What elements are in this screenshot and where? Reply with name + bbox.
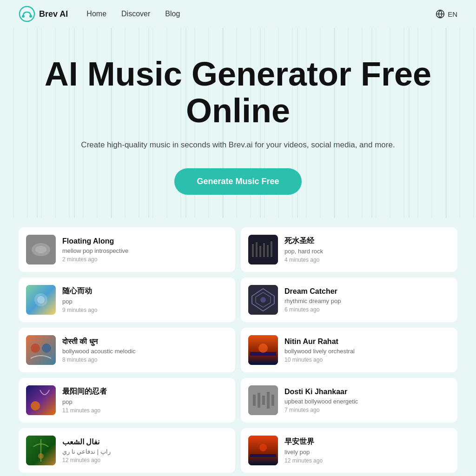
card-info: 最阳间的忍者 pop 11 minutes ago	[62, 387, 228, 414]
card-title: Dosti Ki Jhankaar	[284, 388, 450, 396]
music-card[interactable]: نفال الشعب راپ | ندفاعي نا ري 12 minutes…	[19, 428, 235, 473]
svg-point-33	[260, 297, 266, 303]
svg-rect-23	[259, 246, 261, 257]
card-title: Floating Along	[62, 237, 228, 245]
card-thumbnail	[248, 385, 278, 415]
card-title: نفال الشعب	[62, 437, 228, 446]
card-thumbnail	[26, 335, 56, 365]
hero-subtitle: Create high-quality music in seconds wit…	[9, 140, 467, 150]
svg-point-49	[38, 453, 44, 459]
music-card[interactable]: 随心而动 pop 9 minutes ago	[19, 278, 235, 322]
card-info: 早安世界 lively pop 12 minutes ago	[284, 437, 450, 464]
card-title: 随心而动	[62, 286, 228, 296]
svg-rect-51	[250, 454, 276, 457]
card-time: 10 minutes ago	[284, 357, 450, 363]
card-thumbnail	[26, 235, 56, 264]
svg-rect-34	[26, 335, 56, 365]
card-thumbnail	[248, 235, 278, 264]
card-genre: lively pop	[284, 449, 450, 456]
card-genre: pop, hard rock	[284, 248, 450, 255]
hero-section: AI Music Generator Free Online Create hi…	[0, 28, 476, 218]
card-thumbnail	[26, 436, 56, 465]
card-thumbnail	[26, 285, 56, 315]
svg-point-19	[35, 246, 46, 253]
card-time: 7 minutes ago	[284, 407, 450, 413]
card-genre: rhythmic dreamy pop	[284, 298, 450, 304]
card-title: दोस्ती की धुन	[62, 337, 228, 346]
svg-point-2	[29, 15, 32, 18]
card-title: Nitin Aur Rahat	[284, 337, 450, 346]
card-genre: راپ | ندفاعي نا ري	[62, 448, 228, 455]
card-info: 随心而动 pop 9 minutes ago	[62, 286, 228, 313]
card-info: दोस्ती की धुन bollywood acoustic melodic…	[62, 337, 228, 363]
svg-rect-26	[271, 241, 272, 257]
svg-rect-40	[26, 385, 56, 415]
card-title: Dream Catcher	[284, 287, 450, 296]
logo-icon	[19, 6, 35, 22]
hero-title: AI Music Generator Free Online	[9, 56, 467, 129]
music-card[interactable]: Dosti Ki Jhankaar upbeat bollywood energ…	[241, 378, 457, 423]
svg-rect-45	[262, 396, 265, 405]
card-genre: bollywood acoustic melodic	[62, 348, 228, 355]
card-genre: bollywood lively orchestral	[284, 348, 450, 355]
music-card[interactable]: Dream Catcher rhythmic dreamy pop 6 minu…	[241, 278, 457, 322]
music-card[interactable]: 最阳间的忍者 pop 11 minutes ago	[19, 378, 235, 423]
svg-rect-25	[267, 245, 269, 257]
navbar: Brev AI Home Discover Blog EN	[0, 0, 476, 28]
nav-blog[interactable]: Blog	[165, 10, 180, 18]
nav-right: EN	[436, 9, 457, 19]
logo[interactable]: Brev AI	[19, 6, 68, 22]
card-thumbnail	[26, 385, 56, 415]
music-card[interactable]: 早安世界 lively pop 12 minutes ago	[241, 428, 457, 473]
svg-rect-21	[252, 244, 254, 257]
music-card[interactable]: 死水圣经 pop, hard rock 4 minutes ago	[241, 227, 457, 272]
card-time: 2 minutes ago	[62, 256, 228, 263]
brand-name: Brev AI	[39, 9, 68, 19]
card-time: 4 minutes ago	[284, 257, 450, 263]
music-cards-grid: Floating Along mellow pop introspective …	[0, 218, 476, 476]
card-thumbnail	[248, 335, 278, 365]
card-title: 死水圣经	[284, 236, 450, 246]
svg-rect-43	[253, 395, 256, 406]
language-icon	[436, 9, 445, 19]
card-info: نفال الشعب راپ | ندفاعي نا ري 12 minutes…	[62, 437, 228, 463]
card-info: Nitin Aur Rahat bollywood lively orchest…	[284, 337, 450, 363]
svg-point-36	[42, 344, 51, 353]
card-info: Dosti Ki Jhankaar upbeat bollywood energ…	[284, 388, 450, 413]
card-time: 9 minutes ago	[62, 307, 228, 313]
card-title: 最阳间的忍者	[62, 387, 228, 397]
card-genre: pop	[62, 298, 228, 305]
generate-button[interactable]: Generate Music Free	[174, 168, 301, 195]
card-time: 6 minutes ago	[284, 306, 450, 313]
card-genre: pop	[62, 398, 228, 405]
svg-point-35	[31, 344, 40, 353]
card-thumbnail	[248, 436, 278, 465]
music-card[interactable]: दोस्ती की धुन bollywood acoustic melodic…	[19, 328, 235, 372]
svg-rect-22	[256, 242, 258, 257]
music-card[interactable]: Floating Along mellow pop introspective …	[19, 227, 235, 272]
svg-point-41	[31, 401, 40, 410]
svg-rect-47	[271, 395, 274, 406]
svg-point-29	[37, 296, 45, 304]
card-title: 早安世界	[284, 437, 450, 447]
card-genre: upbeat bollywood energetic	[284, 398, 450, 405]
card-thumbnail	[248, 285, 278, 315]
nav-links: Home Discover Blog	[86, 10, 436, 18]
music-card[interactable]: Nitin Aur Rahat bollywood lively orchest…	[241, 328, 457, 372]
card-time: 8 minutes ago	[62, 357, 228, 363]
svg-rect-44	[258, 393, 260, 408]
card-info: Floating Along mellow pop introspective …	[62, 237, 228, 263]
card-time: 12 minutes ago	[62, 457, 228, 463]
language-label[interactable]: EN	[448, 10, 457, 18]
card-time: 12 minutes ago	[284, 457, 450, 464]
card-info: 死水圣经 pop, hard rock 4 minutes ago	[284, 236, 450, 263]
card-time: 11 minutes ago	[62, 407, 228, 414]
svg-rect-24	[263, 243, 265, 257]
nav-discover[interactable]: Discover	[121, 10, 150, 18]
card-genre: mellow pop introspective	[62, 247, 228, 254]
card-info: Dream Catcher rhythmic dreamy pop 6 minu…	[284, 287, 450, 313]
svg-point-52	[259, 444, 267, 451]
svg-point-1	[22, 15, 25, 18]
nav-home[interactable]: Home	[86, 10, 106, 18]
svg-rect-46	[267, 392, 270, 409]
